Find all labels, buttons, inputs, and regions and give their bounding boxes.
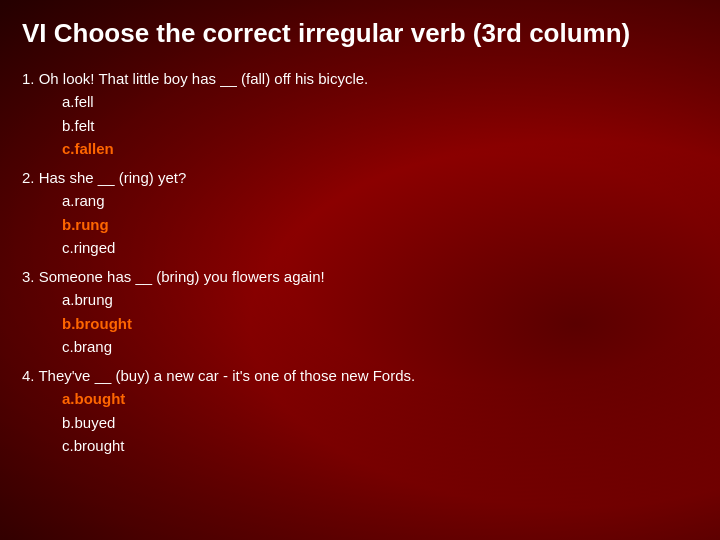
option-3-3: c.brang xyxy=(62,335,698,358)
question-3: 3. Someone has __ (bring) you flowers ag… xyxy=(22,265,698,358)
option-3-1: a.brung xyxy=(62,288,698,311)
options-1: a.fellb.feltc.fallen xyxy=(62,90,698,160)
options-4: a.boughtb.buyedc.brought xyxy=(62,387,698,457)
options-2: a.rangb.rungc.ringed xyxy=(62,189,698,259)
option-2-2: b.rung xyxy=(62,213,698,236)
question-1: 1. Oh look! That little boy has __ (fall… xyxy=(22,67,698,160)
question-text-1: 1. Oh look! That little boy has __ (fall… xyxy=(22,70,368,87)
question-text-3: 3. Someone has __ (bring) you flowers ag… xyxy=(22,268,325,285)
questions-container: 1. Oh look! That little boy has __ (fall… xyxy=(22,67,698,457)
option-4-1: a.bought xyxy=(62,387,698,410)
option-4-3: c.brought xyxy=(62,434,698,457)
option-2-3: c.ringed xyxy=(62,236,698,259)
option-1-1: a.fell xyxy=(62,90,698,113)
option-1-2: b.felt xyxy=(62,114,698,137)
option-2-1: a.rang xyxy=(62,189,698,212)
option-1-3: c.fallen xyxy=(62,137,698,160)
question-4: 4. They've __ (buy) a new car - it's one… xyxy=(22,364,698,457)
question-2: 2. Has she __ (ring) yet?a.rangb.rungc.r… xyxy=(22,166,698,259)
option-3-2: b.brought xyxy=(62,312,698,335)
question-text-2: 2. Has she __ (ring) yet? xyxy=(22,169,186,186)
question-text-4: 4. They've __ (buy) a new car - it's one… xyxy=(22,367,415,384)
main-content: VI Choose the correct irregular verb (3r… xyxy=(0,0,720,481)
option-4-2: b.buyed xyxy=(62,411,698,434)
options-3: a.brungb.broughtc.brang xyxy=(62,288,698,358)
page-title: VI Choose the correct irregular verb (3r… xyxy=(22,18,698,49)
